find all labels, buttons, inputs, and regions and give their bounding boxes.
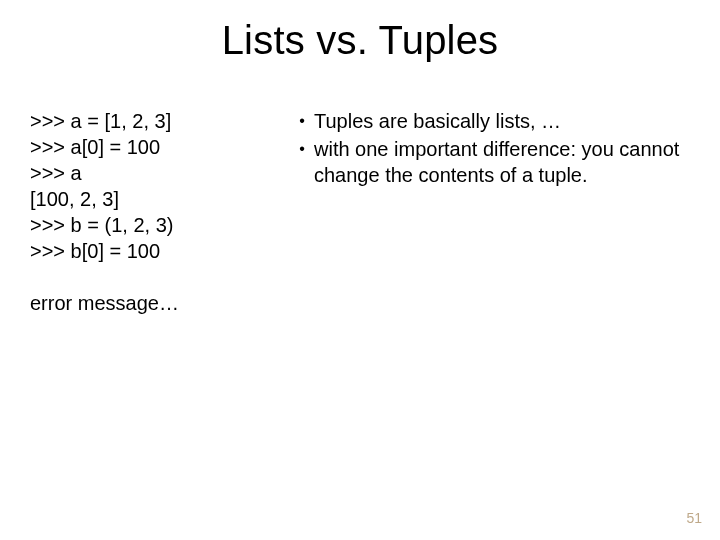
code-line: >>> b[0] = 100 xyxy=(30,238,280,264)
code-line: >>> a[0] = 100 xyxy=(30,134,280,160)
bullet-item: • with one important difference: you can… xyxy=(290,136,690,188)
code-line: [100, 2, 3] xyxy=(30,186,280,212)
slide: Lists vs. Tuples >>> a = [1, 2, 3] >>> a… xyxy=(0,0,720,540)
slide-body: >>> a = [1, 2, 3] >>> a[0] = 100 >>> a [… xyxy=(30,108,690,316)
bullet-text: Tuples are basically lists, … xyxy=(314,108,690,134)
bullet-marker-icon: • xyxy=(290,136,314,162)
code-line: >>> a = [1, 2, 3] xyxy=(30,108,280,134)
slide-title: Lists vs. Tuples xyxy=(0,18,720,63)
bullet-marker-icon: • xyxy=(290,108,314,134)
page-number: 51 xyxy=(686,510,702,526)
bullet-text: with one important difference: you canno… xyxy=(314,136,690,188)
code-line: >>> b = (1, 2, 3) xyxy=(30,212,280,238)
bullet-item: • Tuples are basically lists, … xyxy=(290,108,690,134)
bullet-column: • Tuples are basically lists, … • with o… xyxy=(280,108,690,316)
code-line: >>> a xyxy=(30,160,280,186)
code-column: >>> a = [1, 2, 3] >>> a[0] = 100 >>> a [… xyxy=(30,108,280,316)
error-line: error message… xyxy=(30,290,280,316)
spacer xyxy=(30,264,280,290)
